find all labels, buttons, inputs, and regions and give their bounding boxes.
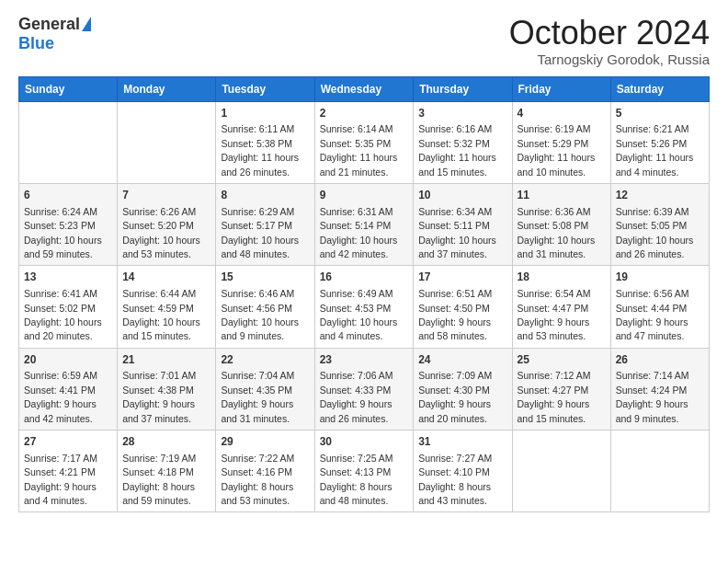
calendar-day-cell: 7 Sunrise: 6:26 AMSunset: 5:20 PMDayligh… bbox=[118, 183, 216, 265]
day-info: Sunrise: 6:46 AMSunset: 4:56 PMDaylight:… bbox=[221, 288, 299, 341]
day-number: 28 bbox=[122, 434, 210, 450]
day-number: 1 bbox=[221, 106, 309, 121]
calendar-day-cell: 2 Sunrise: 6:14 AMSunset: 5:35 PMDayligh… bbox=[314, 101, 414, 183]
calendar-day-cell: 24 Sunrise: 7:09 AMSunset: 4:30 PMDaylig… bbox=[414, 348, 512, 430]
day-number: 3 bbox=[418, 106, 506, 121]
day-number: 29 bbox=[221, 434, 309, 450]
day-number: 13 bbox=[24, 270, 112, 285]
day-info: Sunrise: 7:22 AMSunset: 4:16 PMDaylight:… bbox=[221, 453, 294, 506]
day-of-week-header: Sunday bbox=[19, 76, 118, 101]
calendar-day-cell: 19 Sunrise: 6:56 AMSunset: 4:44 PMDaylig… bbox=[610, 266, 709, 348]
header: General Blue October 2024 Tarnogskiy Gor… bbox=[18, 15, 710, 67]
calendar-week-row: 13 Sunrise: 6:41 AMSunset: 5:02 PMDaylig… bbox=[19, 266, 710, 348]
day-number: 18 bbox=[518, 270, 606, 285]
day-of-week-header: Thursday bbox=[414, 76, 512, 101]
calendar-day-cell: 15 Sunrise: 6:46 AMSunset: 4:56 PMDaylig… bbox=[216, 266, 314, 348]
day-of-week-header: Wednesday bbox=[314, 76, 414, 101]
calendar-day-cell bbox=[118, 101, 216, 183]
day-info: Sunrise: 6:21 AMSunset: 5:26 PMDaylight:… bbox=[616, 123, 694, 177]
day-info: Sunrise: 7:01 AMSunset: 4:38 PMDaylight:… bbox=[122, 370, 196, 423]
day-info: Sunrise: 7:14 AMSunset: 4:24 PMDaylight:… bbox=[616, 370, 689, 423]
calendar-week-row: 1 Sunrise: 6:11 AMSunset: 5:38 PMDayligh… bbox=[19, 101, 710, 183]
day-info: Sunrise: 6:36 AMSunset: 5:08 PMDaylight:… bbox=[518, 206, 596, 259]
calendar-day-cell: 22 Sunrise: 7:04 AMSunset: 4:35 PMDaylig… bbox=[216, 348, 314, 430]
calendar-day-cell: 13 Sunrise: 6:41 AMSunset: 5:02 PMDaylig… bbox=[19, 266, 118, 348]
day-number: 15 bbox=[221, 270, 309, 285]
day-number: 24 bbox=[418, 352, 506, 368]
day-number: 5 bbox=[616, 106, 704, 121]
logo-blue: Blue bbox=[18, 34, 54, 53]
calendar-week-row: 20 Sunrise: 6:59 AMSunset: 4:41 PMDaylig… bbox=[19, 348, 710, 430]
day-info: Sunrise: 6:26 AMSunset: 5:20 PMDaylight:… bbox=[122, 206, 200, 259]
day-info: Sunrise: 6:29 AMSunset: 5:17 PMDaylight:… bbox=[221, 206, 299, 259]
day-number: 11 bbox=[518, 188, 606, 203]
calendar-day-cell: 6 Sunrise: 6:24 AMSunset: 5:23 PMDayligh… bbox=[19, 183, 118, 265]
day-info: Sunrise: 7:09 AMSunset: 4:30 PMDaylight:… bbox=[418, 370, 492, 423]
calendar-week-row: 6 Sunrise: 6:24 AMSunset: 5:23 PMDayligh… bbox=[19, 183, 710, 265]
day-number: 22 bbox=[221, 352, 309, 368]
calendar-day-cell: 28 Sunrise: 7:19 AMSunset: 4:18 PMDaylig… bbox=[118, 431, 216, 512]
page: General Blue October 2024 Tarnogskiy Gor… bbox=[0, 0, 728, 563]
calendar-day-cell: 5 Sunrise: 6:21 AMSunset: 5:26 PMDayligh… bbox=[610, 101, 709, 183]
logo-general: General bbox=[18, 15, 80, 34]
calendar-day-cell: 27 Sunrise: 7:17 AMSunset: 4:21 PMDaylig… bbox=[19, 431, 118, 512]
day-of-week-header: Monday bbox=[118, 76, 216, 101]
day-info: Sunrise: 7:25 AMSunset: 4:13 PMDaylight:… bbox=[320, 453, 393, 506]
day-number: 2 bbox=[320, 106, 409, 121]
day-number: 16 bbox=[320, 270, 409, 285]
day-number: 17 bbox=[418, 270, 506, 285]
day-of-week-header: Saturday bbox=[610, 76, 709, 101]
title-section: October 2024 Tarnogskiy Gorodok, Russia bbox=[509, 15, 710, 67]
day-info: Sunrise: 6:41 AMSunset: 5:02 PMDaylight:… bbox=[24, 288, 102, 341]
calendar-day-cell: 11 Sunrise: 6:36 AMSunset: 5:08 PMDaylig… bbox=[512, 183, 610, 265]
day-number: 4 bbox=[518, 106, 606, 121]
calendar-day-cell: 23 Sunrise: 7:06 AMSunset: 4:33 PMDaylig… bbox=[314, 348, 414, 430]
month-title: October 2024 bbox=[509, 15, 710, 52]
calendar-day-cell: 20 Sunrise: 6:59 AMSunset: 4:41 PMDaylig… bbox=[19, 348, 118, 430]
day-number: 27 bbox=[24, 434, 112, 450]
logo-icon bbox=[82, 17, 91, 31]
day-info: Sunrise: 7:04 AMSunset: 4:35 PMDaylight:… bbox=[221, 370, 294, 423]
calendar-day-cell bbox=[19, 101, 118, 183]
day-info: Sunrise: 6:34 AMSunset: 5:11 PMDaylight:… bbox=[418, 206, 496, 259]
day-number: 10 bbox=[418, 188, 506, 203]
calendar-week-row: 27 Sunrise: 7:17 AMSunset: 4:21 PMDaylig… bbox=[19, 431, 710, 512]
calendar-day-cell: 4 Sunrise: 6:19 AMSunset: 5:29 PMDayligh… bbox=[512, 101, 610, 183]
day-info: Sunrise: 6:51 AMSunset: 4:50 PMDaylight:… bbox=[418, 288, 492, 341]
calendar-day-cell: 14 Sunrise: 6:44 AMSunset: 4:59 PMDaylig… bbox=[118, 266, 216, 348]
day-number: 31 bbox=[418, 434, 506, 450]
calendar-day-cell: 26 Sunrise: 7:14 AMSunset: 4:24 PMDaylig… bbox=[610, 348, 709, 430]
calendar-day-cell: 3 Sunrise: 6:16 AMSunset: 5:32 PMDayligh… bbox=[414, 101, 512, 183]
day-number: 8 bbox=[221, 188, 309, 203]
day-number: 7 bbox=[122, 188, 210, 203]
calendar-day-cell: 18 Sunrise: 6:54 AMSunset: 4:47 PMDaylig… bbox=[512, 266, 610, 348]
day-number: 9 bbox=[320, 188, 409, 203]
calendar-day-cell: 16 Sunrise: 6:49 AMSunset: 4:53 PMDaylig… bbox=[314, 266, 414, 348]
calendar-day-cell: 9 Sunrise: 6:31 AMSunset: 5:14 PMDayligh… bbox=[314, 183, 414, 265]
logo: General Blue bbox=[18, 15, 91, 53]
day-info: Sunrise: 7:19 AMSunset: 4:18 PMDaylight:… bbox=[122, 453, 196, 506]
location: Tarnogskiy Gorodok, Russia bbox=[509, 52, 710, 67]
calendar-day-cell: 25 Sunrise: 7:12 AMSunset: 4:27 PMDaylig… bbox=[512, 348, 610, 430]
calendar-day-cell: 17 Sunrise: 6:51 AMSunset: 4:50 PMDaylig… bbox=[414, 266, 512, 348]
day-info: Sunrise: 6:39 AMSunset: 5:05 PMDaylight:… bbox=[616, 206, 694, 259]
day-number: 25 bbox=[518, 352, 606, 368]
calendar-day-cell: 12 Sunrise: 6:39 AMSunset: 5:05 PMDaylig… bbox=[610, 183, 709, 265]
calendar-day-cell: 10 Sunrise: 6:34 AMSunset: 5:11 PMDaylig… bbox=[414, 183, 512, 265]
calendar-day-cell: 1 Sunrise: 6:11 AMSunset: 5:38 PMDayligh… bbox=[216, 101, 314, 183]
day-number: 12 bbox=[616, 188, 704, 203]
day-info: Sunrise: 6:24 AMSunset: 5:23 PMDaylight:… bbox=[24, 206, 102, 259]
day-number: 6 bbox=[24, 188, 112, 203]
calendar-day-cell: 31 Sunrise: 7:27 AMSunset: 4:10 PMDaylig… bbox=[414, 431, 512, 512]
day-of-week-header: Friday bbox=[512, 76, 610, 101]
calendar-day-cell bbox=[610, 431, 709, 512]
day-info: Sunrise: 6:16 AMSunset: 5:32 PMDaylight:… bbox=[418, 123, 496, 177]
day-number: 20 bbox=[24, 352, 112, 368]
day-info: Sunrise: 6:31 AMSunset: 5:14 PMDaylight:… bbox=[320, 206, 398, 259]
day-number: 14 bbox=[122, 270, 210, 285]
day-info: Sunrise: 6:14 AMSunset: 5:35 PMDaylight:… bbox=[320, 123, 398, 177]
day-info: Sunrise: 6:49 AMSunset: 4:53 PMDaylight:… bbox=[320, 288, 398, 341]
calendar-header-row: SundayMondayTuesdayWednesdayThursdayFrid… bbox=[19, 76, 710, 101]
day-number: 19 bbox=[616, 270, 704, 285]
day-info: Sunrise: 6:54 AMSunset: 4:47 PMDaylight:… bbox=[518, 288, 591, 341]
